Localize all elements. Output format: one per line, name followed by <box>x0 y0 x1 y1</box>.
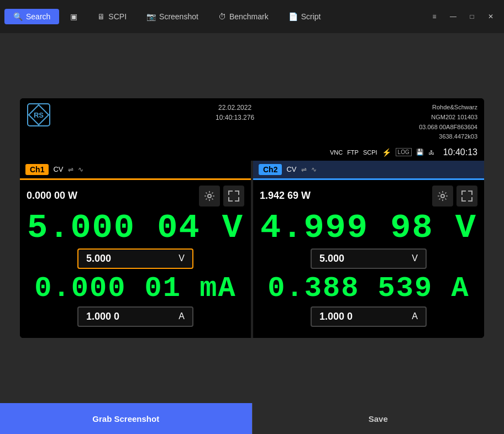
ch2-voltage[interactable]: 4.999 98 V <box>260 211 477 245</box>
scpi-status: SCPI <box>363 149 377 156</box>
ch2-settings-button[interactable] <box>432 186 453 207</box>
tab-search[interactable]: 🔍 Search <box>4 9 59 24</box>
scpi-icon: 🖥 <box>97 12 105 21</box>
ch1-current-set-val: 1.000 0 <box>86 311 119 322</box>
minimize-button[interactable]: — <box>444 9 462 24</box>
ch1-label: Ch1 <box>25 164 49 175</box>
channel-1: Ch1 CV ⇌ ∿ 0.000 00 W <box>20 161 251 338</box>
window-controls: ≡ — □ ✕ <box>426 9 500 24</box>
tab-screenshot[interactable]: 📷 Screenshot <box>138 9 207 24</box>
maximize-button[interactable]: □ <box>463 9 481 24</box>
save-button[interactable]: Save <box>253 403 505 434</box>
ch2-current[interactable]: 0.388 539 A <box>260 274 477 303</box>
storage-icon: 💾 <box>416 149 424 156</box>
ch1-current-set-unit: A <box>179 311 185 321</box>
ch1-mode: CV <box>53 165 63 173</box>
ch2-header: Ch2 CV ⇌ ∿ <box>253 161 484 180</box>
ftp-status: FTP <box>347 149 359 156</box>
ch2-power: 1.942 69 W <box>260 190 311 202</box>
sidebar-icon: ▣ <box>70 12 77 21</box>
ch1-header: Ch1 CV ⇌ ∿ <box>20 161 251 180</box>
ch2-mode: CV <box>286 165 296 173</box>
ch2-voltage-set-unit: V <box>412 253 418 263</box>
power-icon: ⚡ <box>382 148 391 157</box>
channels-container: Ch1 CV ⇌ ∿ 0.000 00 W <box>20 161 484 338</box>
ch2-route-icon: ⇌ <box>301 166 307 173</box>
ch2-current-set-val: 1.000 0 <box>319 311 353 322</box>
vnc-status: VNC <box>330 149 343 156</box>
ch2-wave-icon: ∿ <box>311 166 317 173</box>
ch1-current-setpoint[interactable]: 1.000 0 A <box>77 306 193 327</box>
ch2-current-setpoint[interactable]: 1.000 0 A <box>311 306 427 327</box>
ch2-meter: 1.942 69 W <box>253 180 484 338</box>
log-icon: LOG <box>396 148 412 156</box>
clock-display: 10:40:13 <box>443 147 477 157</box>
search-icon: 🔍 <box>13 12 23 21</box>
ch1-voltage-set-val: 5.000 <box>86 253 111 264</box>
ch2-voltage-set-val: 5.000 <box>319 253 344 264</box>
ch2-expand-button[interactable] <box>456 186 477 207</box>
titlebar: 🔍 Search ▣ 🖥 SCPI 📷 Screenshot ⏱ Benchma… <box>0 0 504 33</box>
main-content: RS 22.02.2022 10:40:13.276 Rohde&Schwarz… <box>0 33 504 403</box>
instrument-header: RS 22.02.2022 10:40:13.276 Rohde&Schwarz… <box>20 98 484 146</box>
menu-button[interactable]: ≡ <box>426 9 443 24</box>
close-button[interactable]: ✕ <box>482 9 500 24</box>
ch2-power-row: 1.942 69 W <box>260 186 477 207</box>
screenshot-icon: 📷 <box>146 12 156 21</box>
ch2-icons <box>432 186 477 207</box>
svg-point-3 <box>208 194 211 198</box>
svg-text:RS: RS <box>34 111 44 119</box>
ch1-meter: 0.000 00 W <box>20 180 251 338</box>
datetime-display: 22.02.2022 10:40:13.276 <box>216 103 254 123</box>
status-bar: VNC FTP SCPI ⚡ LOG 💾 🖧 10:40:13 <box>20 146 484 161</box>
ch1-power: 0.000 00 W <box>27 190 77 202</box>
ch1-settings-button[interactable] <box>199 186 220 207</box>
script-icon: 📄 <box>288 12 298 21</box>
bottom-bar: Grab Screenshot Save <box>0 403 504 434</box>
instrument-display: RS 22.02.2022 10:40:13.276 Rohde&Schwarz… <box>20 98 484 337</box>
tab-scpi[interactable]: 🖥 SCPI <box>88 9 135 24</box>
rs-logo: RS <box>27 103 51 127</box>
ch1-voltage-setpoint[interactable]: 5.000 V <box>77 248 193 269</box>
benchmark-icon: ⏱ <box>218 12 226 21</box>
channel-2: Ch2 CV ⇌ ∿ 1.942 69 W <box>253 161 484 338</box>
ch1-route-icon: ⇌ <box>68 166 74 173</box>
svg-point-4 <box>441 194 444 198</box>
network-icon: 🖧 <box>428 149 434 156</box>
ch1-expand-button[interactable] <box>223 186 244 207</box>
tab-benchmark[interactable]: ⏱ Benchmark <box>209 9 277 24</box>
grab-screenshot-button[interactable]: Grab Screenshot <box>0 403 252 434</box>
ch1-voltage-set-unit: V <box>179 253 185 263</box>
tab-script[interactable]: 📄 Script <box>280 9 330 24</box>
device-info: Rohde&Schwarz NGM202 101403 03.068 00A8F… <box>419 103 477 141</box>
ch2-label: Ch2 <box>259 164 282 175</box>
ch1-icons <box>199 186 244 207</box>
ch2-current-set-unit: A <box>412 311 418 321</box>
ch2-voltage-setpoint[interactable]: 5.000 V <box>311 248 427 269</box>
tab-sidebar[interactable]: ▣ <box>61 9 86 24</box>
ch1-wave-icon: ∿ <box>78 166 83 173</box>
ch1-power-row: 0.000 00 W <box>27 186 244 207</box>
ch1-current[interactable]: 0.000 01 mA <box>27 274 244 303</box>
ch1-voltage[interactable]: 5.000 04 V <box>27 211 244 245</box>
